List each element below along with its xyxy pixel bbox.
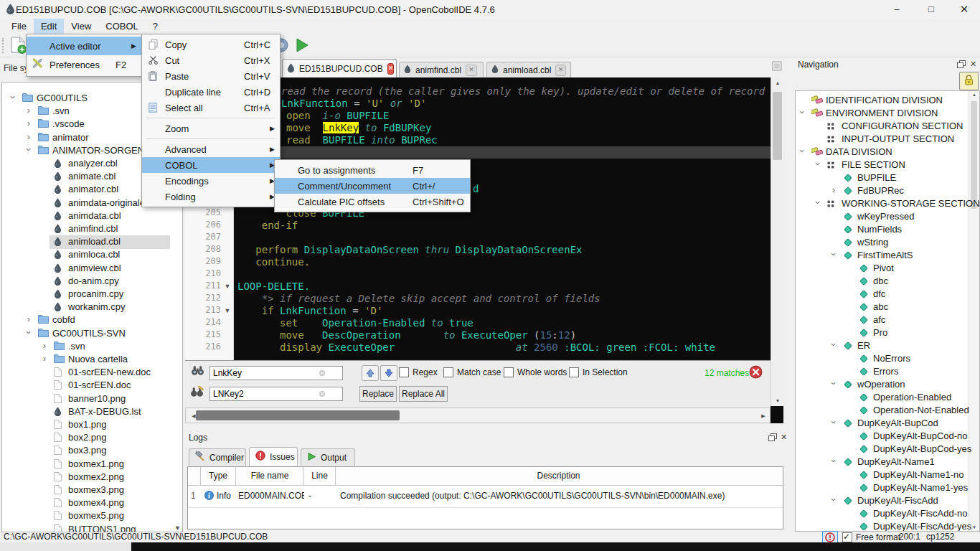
minimize-button[interactable]: – — [881, 0, 913, 19]
issue-line[interactable]: - — [308, 486, 336, 506]
close-button[interactable]: ✕ — [948, 0, 980, 19]
expander-icon[interactable]: › — [40, 340, 49, 351]
file-tree-item-gc00utils-svn[interactable]: ›GC00UTILS-SVN — [2, 327, 182, 341]
nav-tree-item-dbc[interactable]: dbc — [796, 275, 979, 288]
file-tree-item-01-screen-new-doc[interactable]: 01-scrEEN-new.doc — [2, 366, 182, 380]
nav-tree-item-working-storage-section[interactable]: ›WORKING-STORAGE SECTION — [796, 197, 979, 210]
menu-item-paste[interactable]: Paste Ctrl+V — [142, 68, 280, 84]
file-tree-item-workanim-cpy[interactable]: workanim.cpy — [2, 301, 182, 314]
nav-tree-item-numfields[interactable]: NumFields — [796, 223, 979, 236]
file-tree-item-banner10-png[interactable]: banner10.png — [2, 392, 182, 406]
tab-compiler[interactable]: Compiler — [189, 448, 246, 466]
column-header-description[interactable]: Description — [336, 467, 781, 485]
close-panel-icon[interactable]: ✕ — [970, 60, 976, 69]
expander-icon[interactable]: › — [40, 353, 49, 364]
menu-item-select-all[interactable]: Select all Ctrl+A — [142, 100, 280, 116]
menu-item-advanced[interactable]: Advanced ▶ — [142, 141, 280, 157]
editor-surface[interactable]: read the record (the caller gives only t… — [234, 77, 771, 360]
file-tree-item-boxmex1-png[interactable]: boxmex1.png — [2, 458, 182, 471]
menu-view[interactable]: View — [64, 19, 98, 34]
expander-icon[interactable]: › — [813, 199, 824, 207]
lock-navigation-button[interactable] — [959, 72, 979, 90]
menu-item-zoom[interactable]: Zoom ▶ — [142, 121, 280, 136]
tab-animfind[interactable]: animfind.cbl ✕ — [399, 62, 484, 77]
new-file-button[interactable] — [10, 37, 27, 57]
expander-icon[interactable]: › — [24, 105, 33, 116]
tab-close-icon[interactable]: ✕ — [466, 65, 477, 76]
maximize-button[interactable]: □ — [915, 0, 947, 19]
nav-tree-item-woperation[interactable]: ›wOperation — [796, 378, 979, 391]
nav-tree-item-wstring[interactable]: wString — [796, 236, 979, 249]
editor-horizontal-scrollbar[interactable]: ◀ ▶ — [185, 408, 771, 423]
editor-vertical-scrollbar[interactable]: ▲ ▼ — [771, 77, 784, 406]
menu-item-comment-uncomment[interactable]: Comment/Uncomment Ctrl+/ — [275, 178, 470, 194]
column-header-type[interactable]: Type — [201, 467, 236, 485]
match-case-checkbox[interactable]: Match case — [443, 367, 501, 377]
menu-item-active-editor[interactable]: Active editor ▶ — [27, 37, 141, 55]
nav-tree-item-pro[interactable]: Pro — [796, 326, 979, 339]
expander-icon[interactable]: › — [829, 250, 839, 259]
nav-tree-item-input-output-section[interactable]: INPUT-OUTPUT SECTION — [796, 133, 979, 146]
scrollbar-handle[interactable] — [773, 92, 782, 160]
menu-item-go-to-assignments[interactable]: Go to assignments F7 — [275, 162, 470, 178]
file-tree-item-animdata-cbl[interactable]: animdata.cbl — [2, 209, 182, 223]
navigation-tree[interactable]: ▲ ▼ IDENTIFICATION DIVISION›ENVIRONMENT … — [795, 90, 980, 532]
nav-tree-item-firsttimealts[interactable]: ›FirstTimeAltS — [796, 249, 979, 262]
nav-tree-item-data-division[interactable]: ›DATA DIVISION — [796, 146, 979, 159]
nav-tree-item-dupkeyalt-name1[interactable]: ›DupKeyAlt-Name1 — [796, 456, 979, 468]
nav-tree-item-dfc[interactable]: dfc — [796, 288, 979, 301]
tab-close-icon[interactable]: ✕ — [387, 63, 395, 75]
toolbar-grip[interactable] — [2, 38, 4, 53]
file-tree-item-animloca-cbl[interactable]: animloca.cbl — [2, 248, 182, 262]
find-previous-button[interactable] — [362, 365, 379, 381]
expander-icon[interactable]: › — [829, 418, 839, 427]
file-tree-item-cobfd[interactable]: ›cobfd — [2, 314, 182, 327]
expander-icon[interactable]: › — [829, 457, 839, 466]
nav-tree-item-pivot[interactable]: Pivot — [796, 262, 979, 275]
scroll-right-icon[interactable]: ▶ — [757, 413, 770, 419]
file-tree-item-boxmex5-png[interactable]: boxmex5.png — [2, 509, 182, 523]
undock-panel-icon[interactable] — [957, 60, 966, 70]
expander-icon[interactable]: › — [829, 184, 838, 195]
clear-input-icon[interactable] — [319, 390, 326, 400]
issue-description[interactable]: Compilation succeeded (output: C:\GC-AWO… — [340, 486, 778, 506]
menu-cobol[interactable]: COBOL — [98, 19, 146, 34]
nav-tree-item-dupkeyalt-fiscadd-no[interactable]: DupKeyAlt-FiscAdd-no — [796, 507, 979, 520]
expander-icon[interactable]: › — [24, 118, 33, 128]
file-tree-item-boxmex2-png[interactable]: boxmex2.png — [2, 471, 182, 484]
menu-item-encodings[interactable]: Encodings ▶ — [142, 173, 280, 189]
nav-tree-item-environment-division[interactable]: ›ENVIRONMENT DIVISION — [796, 107, 979, 120]
file-tree-item-animload-cbl[interactable]: animload.cbl — [2, 235, 182, 249]
nav-tree-item-wkeypressed[interactable]: wKeyPressed — [796, 210, 979, 223]
menu-item-cobol[interactable]: COBOL ▶ — [142, 157, 280, 173]
nav-tree-item-dupkeyalt-name1-no[interactable]: DupKeyAlt-Name1-no — [796, 468, 979, 481]
run-button[interactable] — [294, 37, 310, 56]
expander-icon[interactable]: › — [829, 496, 839, 504]
tab-output[interactable]: Output — [301, 448, 355, 466]
menu-item-duplicate-line[interactable]: Duplicate line Ctrl+D — [142, 84, 280, 100]
scrollbar-handle[interactable] — [196, 410, 400, 420]
menu-item-calculate-pic-offsets[interactable]: Calculate PIC offsets Ctrl+Shift+O — [275, 194, 470, 209]
tab-issues[interactable]: Issues — [249, 447, 298, 466]
expander-icon[interactable]: › — [24, 131, 33, 142]
fold-icon[interactable]: ▼ — [222, 305, 232, 317]
nav-tree-item-dupkeyalt-name1-yes[interactable]: DupKeyAlt-Name1-yes — [796, 481, 979, 494]
close-search-icon[interactable] — [749, 365, 763, 381]
expander-icon[interactable]: › — [813, 160, 824, 169]
issue-file[interactable]: ED000MAIN.COB — [238, 486, 304, 506]
issue-type[interactable]: Info — [217, 486, 237, 506]
regex-checkbox[interactable]: Regex — [399, 367, 438, 377]
file-tree-item-do-anim-cpy[interactable]: do-anim.cpy — [2, 275, 182, 288]
expander-icon[interactable]: › — [797, 147, 808, 156]
file-tree-item-bat-x-debug-lst[interactable]: BAT-x-DEBUG.lst — [2, 405, 182, 419]
nav-tree-item-dupkeyalt-bupcod-yes[interactable]: DupKeyAlt-BupCod-yes — [796, 443, 979, 456]
file-tree-item-svn[interactable]: ›.svn — [2, 340, 182, 354]
replace-all-button[interactable]: Replace All — [399, 386, 448, 402]
nav-tree-item-er[interactable]: ›ER — [796, 339, 979, 352]
close-panel-icon[interactable]: ✕ — [781, 433, 787, 442]
expander-icon[interactable]: › — [797, 108, 808, 117]
menu-item-preferences[interactable]: Preferences F2 — [27, 55, 141, 74]
replace-button[interactable]: Replace — [359, 386, 397, 402]
file-tree-item-boxmex3-png[interactable]: boxmex3.png — [2, 484, 182, 497]
nav-tree-item-noerrors[interactable]: NoErrors — [796, 352, 979, 365]
